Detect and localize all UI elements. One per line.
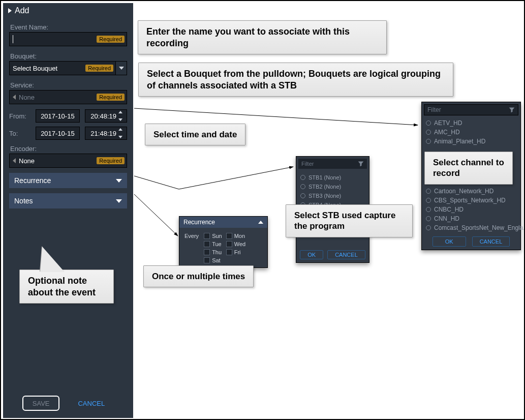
- callout-stb: Select STB used capture the program: [286, 204, 413, 237]
- recurrence-expander[interactable]: Recurrence: [9, 173, 127, 188]
- notes-label: Notes: [14, 197, 33, 205]
- recurrence-popup: Recurrence Every Sun Mon Tue Wed Thu Fri…: [179, 216, 268, 268]
- checkbox-icon: [204, 233, 210, 239]
- radio-icon: [300, 193, 305, 198]
- channel-item[interactable]: Cartoon_Network_HD: [426, 187, 516, 196]
- required-badge: Required: [97, 94, 125, 101]
- spinner-icon[interactable]: [118, 128, 126, 138]
- recurrence-popup-header[interactable]: Recurrence: [179, 217, 267, 228]
- required-badge: Required: [97, 36, 125, 43]
- chevron-down-icon: [116, 179, 122, 183]
- to-label: To:: [9, 130, 30, 137]
- chevron-left-icon: [13, 95, 16, 100]
- chevron-up-icon: [258, 221, 263, 224]
- recurrence-popup-title: Recurrence: [183, 219, 215, 226]
- filter-placeholder: Filter: [427, 106, 441, 113]
- encoder-dropdown[interactable]: None Required: [9, 154, 127, 168]
- stb-item[interactable]: STB1 (None): [300, 173, 365, 182]
- svg-line-2: [179, 167, 293, 189]
- event-name-input[interactable]: Required: [9, 32, 127, 46]
- channel-buttons: OK CANCEL: [422, 233, 520, 250]
- every-label: Every: [184, 233, 199, 263]
- checkbox-icon: [204, 241, 210, 247]
- checkbox-icon: [226, 249, 232, 255]
- stb-buttons: OK CANCEL: [296, 247, 369, 262]
- channel-filter-input[interactable]: Filter: [424, 104, 518, 115]
- day-thu[interactable]: Thu: [204, 249, 222, 255]
- day-sat[interactable]: Sat: [204, 257, 222, 263]
- callout-notes: Optional note about the event: [19, 269, 114, 304]
- radio-icon: [426, 130, 431, 135]
- service-label: Service:: [3, 78, 133, 90]
- triangle-right-icon: [8, 8, 12, 13]
- day-tue[interactable]: Tue: [204, 241, 222, 247]
- day-fri[interactable]: Fri: [226, 249, 245, 255]
- checkbox-icon: [204, 249, 210, 255]
- radio-icon: [426, 207, 431, 212]
- text-cursor: [13, 35, 13, 43]
- callout-event-name: Enter the name you want to associate wit…: [138, 20, 387, 54]
- from-row: From: 2017-10-15 20:48:19: [3, 107, 133, 125]
- day-mon[interactable]: Mon: [226, 233, 245, 239]
- days-grid: Sun Mon Tue Wed Thu Fri Sat: [204, 233, 245, 263]
- notes-expander[interactable]: Notes: [9, 193, 127, 208]
- from-time-input[interactable]: 20:48:19: [85, 109, 127, 123]
- filter-placeholder: Filter: [301, 161, 314, 167]
- service-dropdown[interactable]: None Required: [9, 90, 127, 104]
- required-badge: Required: [97, 157, 125, 164]
- radio-icon: [426, 198, 431, 203]
- checkbox-icon: [226, 233, 232, 239]
- radio-icon: [426, 121, 431, 126]
- channel-list-top: AETV_HD AMC_HD Animal_Planet_HD: [422, 117, 520, 147]
- save-button[interactable]: SAVE: [22, 396, 60, 411]
- callout-recurrence: Once or multiple times: [143, 265, 254, 287]
- chevron-down-icon: [116, 199, 122, 203]
- cancel-button[interactable]: CANCEL: [69, 396, 114, 411]
- bouquet-label: Bouquet:: [3, 49, 133, 61]
- channel-item[interactable]: CNN_HD: [426, 214, 516, 223]
- recurrence-body: Every Sun Mon Tue Wed Thu Fri Sat: [179, 228, 267, 267]
- to-row: To: 2017-10-15 21:48:19: [3, 125, 133, 142]
- radio-icon: [426, 139, 431, 144]
- day-wed[interactable]: Wed: [226, 241, 245, 247]
- radio-icon: [426, 225, 431, 230]
- ok-button[interactable]: OK: [300, 250, 323, 259]
- from-date-input[interactable]: 2017-10-15: [36, 109, 80, 123]
- stb-item[interactable]: STB3 (None): [300, 191, 365, 200]
- channel-item[interactable]: AMC_HD: [426, 128, 516, 137]
- required-badge: Required: [85, 65, 113, 72]
- chevron-down-icon: [115, 62, 127, 75]
- svg-line-1: [134, 176, 179, 189]
- checkbox-icon: [226, 241, 232, 247]
- chevron-left-icon: [13, 158, 16, 163]
- radio-icon: [300, 184, 305, 189]
- channel-item[interactable]: Comcast_SportsNet_New_Engla...: [426, 223, 516, 232]
- channel-item[interactable]: AETV_HD: [426, 118, 516, 128]
- channel-item[interactable]: Animal_Planet_HD: [426, 137, 516, 146]
- svg-line-3: [134, 194, 178, 236]
- bouquet-dropdown[interactable]: Select Bouquet Required: [9, 61, 127, 75]
- stb-item[interactable]: STB2 (None): [300, 182, 365, 191]
- stb-filter-input[interactable]: Filter: [298, 159, 367, 169]
- to-date-input[interactable]: 2017-10-15: [36, 127, 80, 140]
- callout-channel: Select channel to record: [424, 152, 513, 185]
- channel-item[interactable]: CBS_Sports_Network_HD: [426, 196, 516, 205]
- filter-icon: [358, 161, 364, 167]
- cancel-button[interactable]: CANCEL: [472, 236, 510, 247]
- cancel-button[interactable]: CANCEL: [327, 250, 365, 259]
- radio-icon: [300, 175, 305, 180]
- ok-button[interactable]: OK: [433, 236, 466, 247]
- to-time-value: 21:48:19: [90, 130, 116, 137]
- event-name-label: Event Name:: [3, 20, 133, 32]
- callout-time: Select time and date: [145, 124, 245, 145]
- channel-item[interactable]: CNBC_HD: [426, 205, 516, 214]
- radio-icon: [426, 216, 431, 221]
- panel-title-row: Add: [3, 3, 133, 20]
- from-label: From:: [9, 112, 30, 120]
- spinner-icon[interactable]: [118, 111, 126, 121]
- from-time-value: 20:48:19: [90, 112, 116, 120]
- recurrence-label: Recurrence: [14, 176, 51, 185]
- footer-buttons: SAVE CANCEL: [3, 396, 133, 411]
- day-sun[interactable]: Sun: [204, 233, 222, 239]
- to-time-input[interactable]: 21:48:19: [85, 127, 127, 140]
